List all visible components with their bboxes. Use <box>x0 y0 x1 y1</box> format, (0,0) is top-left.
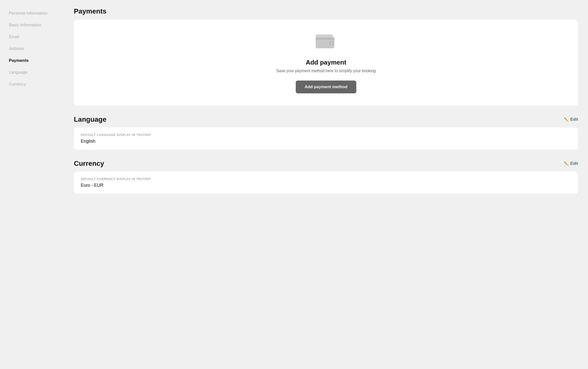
svg-point-4 <box>330 42 332 44</box>
language-field-value: English <box>81 139 571 144</box>
wallet-icon <box>314 32 338 53</box>
currency-field-label: DEFAULT CURRENCY DISPLAY IN TRUTRIP <box>81 177 571 181</box>
sidebar-item-address[interactable]: Address <box>5 43 59 55</box>
sidebar-item-currency[interactable]: Currency <box>5 78 59 90</box>
language-section-header: Language ✏️ Edit <box>74 116 578 123</box>
currency-title: Currency <box>74 160 104 168</box>
pencil-icon: ✏️ <box>564 117 569 122</box>
payments-title: Payments <box>74 7 578 15</box>
sidebar-item-personal-information[interactable]: Personal Information <box>5 7 59 19</box>
sidebar-item-language[interactable]: Language <box>5 67 59 78</box>
sidebar-item-payments[interactable]: Payments <box>5 55 59 67</box>
language-title: Language <box>74 116 106 123</box>
language-edit-button[interactable]: ✏️ Edit <box>564 117 578 122</box>
add-payment-title: Add payment <box>306 59 346 66</box>
pencil-icon: ✏️ <box>564 161 569 166</box>
currency-edit-button[interactable]: ✏️ Edit <box>564 161 578 166</box>
payments-card: Add payment Save your payment method her… <box>74 20 578 106</box>
currency-section-header: Currency ✏️ Edit <box>74 160 578 168</box>
currency-card: DEFAULT CURRENCY DISPLAY IN TRUTRIP Euro… <box>74 171 578 194</box>
svg-rect-2 <box>316 37 334 40</box>
add-payment-method-button[interactable]: Add payment method <box>296 81 356 93</box>
language-card: DEFAULT LANGUAGE DISPLAY IN TRUTRIP Engl… <box>74 127 578 150</box>
sidebar-item-basic-information[interactable]: Basic Information <box>5 19 59 31</box>
sidebar: Personal Information Basic Information E… <box>0 0 64 369</box>
add-payment-subtitle: Save your payment method here to simplif… <box>276 69 376 73</box>
currency-field-value: Euro - EUR <box>81 183 571 188</box>
main-content: Payments Add payment Save your payment m… <box>64 0 588 369</box>
language-field-label: DEFAULT LANGUAGE DISPLAY IN TRUTRIP <box>81 133 571 137</box>
sidebar-item-email[interactable]: Email <box>5 31 59 43</box>
